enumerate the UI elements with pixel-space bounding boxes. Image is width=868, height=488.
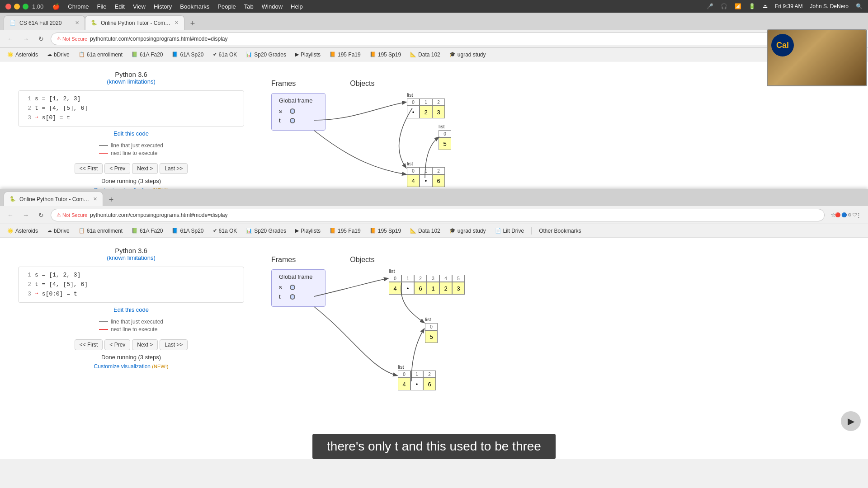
- current-line-arrow: ➝: [35, 113, 38, 123]
- bottom-bm-asteroids[interactable]: 🌟Asteroids: [4, 227, 42, 235]
- edit-code-link[interactable]: Edit this code: [113, 130, 149, 137]
- legend-line-executed: [99, 145, 108, 146]
- menu-view[interactable]: View: [133, 3, 146, 10]
- bottom-bm-other[interactable]: Other Bookmarks: [535, 227, 585, 235]
- bottom-known-limitations-link[interactable]: (known limitations): [107, 254, 156, 261]
- mac-system-icons: 🎤🎧📶🔋⏏ Fri 9:39 AM John S. DeNero 🔍: [707, 3, 863, 9]
- bm-sp20-grades[interactable]: 📊Sp20 Grades: [242, 51, 290, 59]
- top-content-area: Python 3.6 (known limitations) 1 s = [1,…: [0, 61, 868, 206]
- bottom-bm-61a-sp20[interactable]: 📘61A Sp20: [168, 227, 207, 235]
- bottom-back-button[interactable]: ←: [5, 209, 16, 221]
- cal-logo: Cal: [771, 34, 794, 56]
- bottom-more-icon[interactable]: ⋮: [854, 210, 863, 220]
- menu-edit[interactable]: Edit: [115, 3, 125, 10]
- bottom-tab-1[interactable]: 🐍 Online Python Tutor - Compos: ✕: [4, 192, 103, 206]
- bm-61a-ok[interactable]: ✔61a OK: [209, 51, 241, 59]
- bottom-bm-ugrad[interactable]: 🎓ugrad study: [446, 227, 490, 235]
- bottom-s-pointer: [290, 285, 295, 290]
- bottom-current-arrow: ➝: [35, 290, 38, 299]
- bottom-first-button[interactable]: << First: [75, 339, 103, 350]
- play-button[interactable]: ▶: [841, 411, 861, 431]
- menu-file[interactable]: File: [97, 3, 107, 10]
- legend: line that just executed next line to exe…: [99, 142, 163, 158]
- bottom-prev-button[interactable]: < Prev: [104, 339, 130, 350]
- bm-ugrad[interactable]: 🎓ugrad study: [446, 51, 490, 59]
- menu-tab[interactable]: Tab: [244, 3, 254, 10]
- forward-button[interactable]: →: [20, 33, 32, 45]
- bm-bdrive[interactable]: ☁bDrive: [43, 51, 73, 59]
- bottom-edit-link[interactable]: Edit this code: [113, 306, 149, 313]
- tab1-close[interactable]: ✕: [75, 20, 79, 26]
- menu-window[interactable]: Window: [262, 3, 283, 10]
- top-tab-2[interactable]: 🐍 Online Python Tutor - Compos: ✕: [85, 15, 184, 30]
- menu-history[interactable]: History: [154, 3, 172, 10]
- bottom-bm-61a-fa20[interactable]: 📗61A Fa20: [128, 227, 166, 235]
- bottom-next-button[interactable]: Next >: [132, 339, 158, 350]
- address-input[interactable]: ⚠ Not Secure pythontutor.com/composingpr…: [51, 33, 837, 45]
- bottom-content-area: Python 3.6 (known limitations) 1 s = [1,…: [0, 238, 868, 459]
- bottom-bm-61a-enroll[interactable]: 📋61a enrollment: [75, 227, 126, 235]
- bottom-bm-195sp19[interactable]: 📙195 Sp19: [366, 227, 405, 235]
- menu-bookmarks[interactable]: Bookmarks: [180, 3, 209, 10]
- bottom-viz-panel: Frames Objects Global frame s t: [262, 247, 868, 459]
- bottom-bm-195fa19[interactable]: 📙195 Fa19: [326, 227, 364, 235]
- legend-line-next: [99, 153, 108, 154]
- var-s: s: [279, 108, 286, 114]
- bottom-browser-window: 🐍 Online Python Tutor - Compos: ✕ + ← → …: [0, 189, 868, 488]
- bottom-list3-label: list: [398, 364, 436, 370]
- fullscreen-button[interactable]: [23, 4, 28, 9]
- top-browser-window: 📄 CS 61A Fall 2020 ✕ 🐍 Online Python Tut…: [0, 13, 868, 202]
- bottom-bm-sp20-grades[interactable]: 📊Sp20 Grades: [242, 227, 290, 235]
- prev-button[interactable]: < Prev: [104, 163, 130, 174]
- bm-data102[interactable]: 📐Data 102: [406, 51, 444, 59]
- top-tab-bar: 📄 CS 61A Fall 2020 ✕ 🐍 Online Python Tut…: [0, 13, 868, 30]
- user-name: John S. DeNero: [810, 3, 849, 9]
- bm-61a-sp20[interactable]: 📘61A Sp20: [168, 51, 207, 59]
- back-button[interactable]: ←: [5, 33, 16, 45]
- bottom-refresh-button[interactable]: ↻: [35, 209, 47, 221]
- bottom-not-secure-label: Not Secure: [62, 212, 87, 218]
- bottom-new-tab-button[interactable]: +: [105, 193, 118, 206]
- bottom-plugin-icons: 🔴🔵⚙🛡: [841, 210, 851, 220]
- new-tab-button[interactable]: +: [186, 17, 199, 30]
- close-button[interactable]: [5, 4, 11, 9]
- mac-menu: 🍎 Chrome File Edit View History Bookmark…: [52, 3, 303, 10]
- apple-menu[interactable]: 🍎: [52, 3, 60, 10]
- bottom-forward-button[interactable]: →: [20, 209, 32, 221]
- bottom-bm-lilt[interactable]: 📄Lilt Drive: [491, 227, 528, 235]
- bm-playlists[interactable]: ▶Playlists: [292, 51, 324, 59]
- bottom-bm-data102[interactable]: 📐Data 102: [406, 227, 444, 235]
- minimize-button[interactable]: [14, 4, 20, 9]
- top-nav-controls: << First < Prev Next > Last >>: [75, 163, 188, 174]
- bottom-last-button[interactable]: Last >>: [160, 339, 188, 350]
- first-button[interactable]: << First: [75, 163, 103, 174]
- bottom-address-input[interactable]: ⚠ Not Secure pythontutor.com/composingpr…: [51, 209, 825, 221]
- bottom-tab1-close[interactable]: ✕: [93, 196, 97, 202]
- refresh-button[interactable]: ↻: [35, 33, 47, 45]
- bottom-customize-link[interactable]: Customize visualization (NEW!): [94, 363, 169, 370]
- bottom-customize-anchor[interactable]: Customize visualization: [94, 363, 151, 370]
- not-secure-badge: ⚠ Not Secure: [57, 36, 87, 42]
- bottom-code-panel: Python 3.6 (known limitations) 1 s = [1,…: [0, 247, 262, 459]
- version-badge: 1.00: [32, 3, 43, 10]
- last-button[interactable]: Last >>: [160, 163, 188, 174]
- tab2-close[interactable]: ✕: [175, 20, 179, 26]
- bottom-objects-label: Objects: [350, 256, 374, 264]
- known-limitations-link[interactable]: (known limitations): [107, 78, 156, 85]
- next-button[interactable]: Next >: [132, 163, 158, 174]
- bottom-bm-61a-ok[interactable]: ✔61a OK: [209, 227, 241, 235]
- bm-asteroids[interactable]: 🌟Asteroids: [4, 51, 42, 59]
- bottom-bm-bdrive[interactable]: ☁bDrive: [43, 227, 73, 235]
- bottom-bm-playlists[interactable]: ▶Playlists: [292, 227, 324, 235]
- menu-people[interactable]: People: [217, 3, 236, 10]
- menu-chrome[interactable]: Chrome: [68, 3, 89, 10]
- bm-61a-fa20[interactable]: 📗61A Fa20: [128, 51, 166, 59]
- top-bookmarks-bar: 🌟Asteroids ☁bDrive 📋61a enrollment 📗61A …: [0, 48, 868, 61]
- bm-195sp19[interactable]: 📙195 Sp19: [366, 51, 405, 59]
- bm-195fa19[interactable]: 📙195 Fa19: [326, 51, 364, 59]
- list-obj-3: list 04 1• 26: [407, 161, 445, 187]
- bottom-new-badge: (NEW!): [152, 364, 168, 369]
- bm-61a-enroll[interactable]: 📋61a enrollment: [75, 51, 126, 59]
- top-tab-1[interactable]: 📄 CS 61A Fall 2020 ✕: [4, 15, 85, 30]
- menu-help[interactable]: Help: [291, 3, 303, 10]
